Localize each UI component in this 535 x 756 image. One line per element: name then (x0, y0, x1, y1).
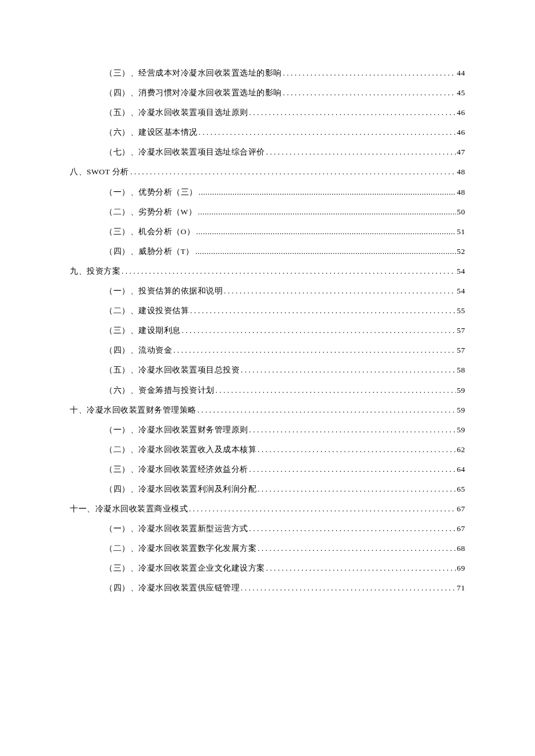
toc-entry-page: 71 (457, 582, 466, 594)
toc-entry-label: （三）、建设期利息 (105, 324, 181, 337)
toc-entry-page: 69 (457, 562, 466, 575)
toc-entry-label: （一）、冷凝水回收装置新型运营方式 (105, 522, 248, 535)
toc-entry-label: （一）、优势分析（三） (105, 186, 198, 199)
toc-leader-dots (190, 304, 456, 317)
toc-entry-label: （六）、建设区基本情况 (105, 126, 198, 139)
toc-entry-page: 51 (457, 225, 466, 238)
toc-entry: （六）、资金筹措与投资计划59 (105, 384, 465, 397)
toc-leader-dots (199, 126, 456, 139)
toc-entry: 十、冷凝水回收装置财务管理策略59 (70, 404, 465, 417)
toc-entry-label: （二）、劣势分析（W） (105, 206, 197, 218)
toc-entry-label: （六）、资金筹措与投资计划 (105, 384, 215, 397)
toc-entry-page: 45 (457, 87, 466, 99)
toc-leader-dots (199, 186, 456, 199)
toc-entry-label: （二）、建设投资估算 (105, 304, 189, 317)
toc-leader-dots (258, 443, 456, 456)
toc-entry-label: （四）、威胁分析（T） (105, 245, 194, 258)
toc-entry-page: 48 (457, 186, 466, 199)
toc-leader-dots (249, 424, 456, 436)
toc-entry: 八、SWOT 分析48 (70, 166, 465, 178)
toc-leader-dots (198, 206, 455, 218)
toc-entry-page: 47 (457, 146, 466, 159)
toc-leader-dots (241, 582, 456, 594)
toc-entry-label: 九、投资方案 (70, 265, 120, 278)
toc-entry: （一）、投资估算的依据和说明54 (105, 285, 465, 298)
toc-entry-label: （四）、冷凝水回收装置供应链管理 (105, 582, 240, 594)
toc-leader-dots (189, 503, 456, 515)
toc-entry: （一）、优势分析（三）48 (105, 186, 465, 199)
toc-entry-label: （三）、经营成本对冷凝水回收装置选址的影响 (105, 67, 282, 80)
toc-leader-dots (198, 404, 456, 417)
toc-entry-label: （五）、冷凝水回收装置项目选址原则 (105, 106, 248, 119)
toc-entry: （三）、建设期利息57 (105, 324, 465, 337)
toc-entry-page: 65 (457, 483, 466, 496)
toc-entry-page: 44 (457, 67, 466, 80)
toc-entry: （六）、建设区基本情况46 (105, 126, 465, 139)
toc-entry: （二）、冷凝水回收装置收入及成本核算62 (105, 443, 465, 456)
toc-leader-dots (249, 522, 456, 535)
toc-entry-label: 十、冷凝水回收装置财务管理策略 (70, 404, 197, 417)
toc-entry: （一）、冷凝水回收装置财务管理原则59 (105, 424, 465, 436)
toc-entry: （三）、冷凝水回收装置企业文化建设方案69 (105, 562, 465, 575)
toc-leader-dots (241, 364, 456, 377)
toc-leader-dots (266, 562, 456, 575)
toc-entry-label: （二）、冷凝水回收装置数字化发展方案 (105, 542, 256, 555)
toc-entry: （四）、威胁分析（T）52 (105, 245, 465, 258)
toc-entry-page: 54 (457, 285, 466, 298)
toc-entry: （三）、经营成本对冷凝水回收装置选址的影响44 (105, 67, 465, 80)
toc-entry: （二）、建设投资估算55 (105, 304, 465, 317)
toc-entry: （三）、机会分析（O）51 (105, 225, 465, 238)
toc-entry-page: 58 (457, 364, 466, 377)
toc-entry-label: 八、SWOT 分析 (70, 166, 129, 178)
toc-entry-label: （四）、消费习惯对冷凝水回收装置选址的影响 (105, 87, 282, 99)
toc-entry-label: （七）、冷凝水回收装置项目选址综合评价 (105, 146, 265, 159)
toc-entry: （五）、冷凝水回收装置项目选址原则46 (105, 106, 465, 119)
toc-entry: （三）、冷凝水回收装置经济效益分析64 (105, 463, 465, 476)
toc-entry-label: （一）、冷凝水回收装置财务管理原则 (105, 424, 248, 436)
toc-entry: （四）、冷凝水回收装置供应链管理71 (105, 582, 465, 594)
toc-entry-label: （三）、冷凝水回收装置企业文化建设方案 (105, 562, 265, 575)
toc-leader-dots (266, 146, 456, 159)
toc-leader-dots (258, 542, 456, 555)
toc-entry-label: （二）、冷凝水回收装置收入及成本核算 (105, 443, 256, 456)
toc-leader-dots (130, 166, 456, 178)
toc-entry-label: 十一、冷凝水回收装置商业模式 (70, 503, 188, 515)
toc-entry-label: （四）、流动资金 (105, 344, 172, 357)
toc-leader-dots (195, 245, 456, 258)
toc-entry-label: （三）、冷凝水回收装置经济效益分析 (105, 463, 248, 476)
toc-leader-dots (249, 463, 456, 476)
toc-entry: 九、投资方案54 (70, 265, 465, 278)
toc-entry-page: 59 (457, 424, 466, 436)
toc-entry-label: （五）、冷凝水回收装置项目总投资 (105, 364, 240, 377)
toc-entry-page: 52 (457, 245, 466, 258)
toc-entry: （四）、冷凝水回收装置利润及利润分配65 (105, 483, 465, 496)
toc-leader-dots (283, 67, 456, 80)
toc-entry: （二）、冷凝水回收装置数字化发展方案68 (105, 542, 465, 555)
toc-entry-page: 50 (457, 206, 466, 218)
toc-entry-page: 62 (457, 443, 466, 456)
table-of-contents: （三）、经营成本对冷凝水回收装置选址的影响44（四）、消费习惯对冷凝水回收装置选… (70, 67, 465, 594)
toc-leader-dots (249, 106, 456, 119)
toc-entry-label: （三）、机会分析（O） (105, 225, 195, 238)
toc-entry: （五）、冷凝水回收装置项目总投资58 (105, 364, 465, 377)
toc-leader-dots (224, 285, 456, 298)
toc-entry-page: 54 (457, 265, 466, 278)
toc-entry-label: （四）、冷凝水回收装置利润及利润分配 (105, 483, 256, 496)
toc-entry-page: 46 (457, 106, 466, 119)
toc-entry: 十一、冷凝水回收装置商业模式67 (70, 503, 465, 515)
toc-leader-dots (216, 384, 456, 397)
toc-entry: （七）、冷凝水回收装置项目选址综合评价47 (105, 146, 465, 159)
toc-entry-page: 57 (457, 324, 466, 337)
toc-entry-page: 59 (457, 384, 466, 397)
toc-leader-dots (122, 265, 456, 278)
toc-entry: （四）、流动资金57 (105, 344, 465, 357)
toc-entry-page: 68 (457, 542, 466, 555)
toc-entry: （四）、消费习惯对冷凝水回收装置选址的影响45 (105, 87, 465, 99)
toc-entry-page: 59 (457, 404, 466, 417)
toc-leader-dots (196, 225, 455, 238)
toc-entry-page: 48 (457, 166, 466, 178)
toc-leader-dots (173, 344, 456, 357)
toc-leader-dots (258, 483, 456, 496)
toc-entry-label: （一）、投资估算的依据和说明 (105, 285, 223, 298)
toc-entry-page: 46 (457, 126, 466, 139)
